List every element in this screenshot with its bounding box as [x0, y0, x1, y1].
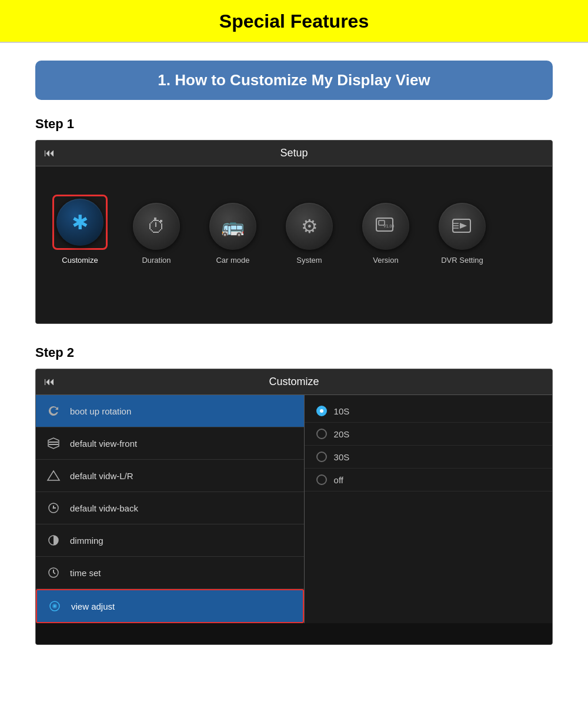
customize-body: boot up rotation default view-front defa… — [36, 395, 552, 623]
step1-panel-title: Setup — [61, 147, 544, 159]
back-icon[interactable]: ⏮ — [44, 147, 55, 159]
customize-footer — [36, 623, 552, 644]
bootup-icon — [45, 403, 62, 419]
menu-item-dimming[interactable]: dimming — [36, 524, 304, 557]
radio-10s[interactable] — [316, 406, 327, 416]
section-title: 1. How to Customize My Display View — [53, 71, 535, 89]
customize-label: Customize — [62, 256, 98, 265]
menu-item-timeset[interactable]: time set — [36, 557, 304, 589]
section-title-box: 1. How to Customize My Display View — [35, 61, 553, 100]
svg-marker-8 — [48, 471, 59, 480]
option-20s[interactable]: 20S — [305, 423, 552, 446]
svg-line-16 — [54, 573, 55, 574]
carmode-label: Car mode — [216, 256, 249, 265]
version-icon-circle: V1.00 — [362, 203, 409, 250]
content-area: 1. How to Customize My Display View Step… — [0, 43, 588, 663]
svg-text:V1.00: V1.00 — [383, 224, 394, 228]
defaultlr-label: default vidw-L/R — [70, 471, 133, 481]
menu-item-bootup[interactable]: boot up rotation — [36, 395, 304, 427]
carmode-icon-circle: 🚌 — [209, 203, 256, 250]
menu-list: boot up rotation default view-front defa… — [36, 395, 305, 623]
step1-panel: ⏮ Setup ✱ Customize ⏱ Duration — [35, 140, 553, 324]
menu-item-defaultfront[interactable]: default view-front — [36, 427, 304, 460]
menu-item-defaultback[interactable]: default vidw-back — [36, 492, 304, 524]
radio-30s[interactable] — [316, 452, 327, 462]
option-30s[interactable]: 30S — [305, 446, 552, 469]
viewadjust-icon — [46, 598, 63, 614]
menu-item-defaultlr[interactable]: default vidw-L/R — [36, 460, 304, 492]
defaultfront-icon — [45, 435, 62, 452]
step2-back-icon[interactable]: ⏮ — [44, 376, 55, 388]
page-title: Special Features — [219, 11, 369, 32]
defaultback-icon — [45, 500, 62, 516]
version-icon: V1.00 — [373, 213, 399, 239]
customize-icon: ✱ — [72, 210, 88, 234]
option-off-label: off — [334, 475, 343, 485]
dimming-label: dimming — [70, 536, 103, 546]
dvrsetting-icon-circle — [439, 203, 486, 250]
timeset-icon — [45, 564, 62, 581]
step2-panel-title: Customize — [61, 376, 544, 388]
svg-marker-4 — [460, 223, 467, 229]
step2-panel: ⏮ Customize boot up rotation defa — [35, 369, 553, 645]
duration-icon-circle: ⏱ — [133, 203, 180, 250]
option-20s-label: 20S — [334, 429, 350, 439]
system-label: System — [296, 256, 322, 265]
header-banner: Special Features — [0, 0, 588, 43]
timeset-label: time set — [70, 568, 101, 578]
step1-panel-header: ⏮ Setup — [36, 141, 552, 166]
options-list: 10S 20S 30S off — [305, 395, 552, 623]
duration-label: Duration — [142, 256, 171, 265]
icon-item-carmode[interactable]: 🚌 Car mode — [201, 203, 265, 265]
option-off[interactable]: off — [305, 469, 552, 491]
option-10s-label: 10S — [334, 406, 350, 416]
version-label: Version — [373, 256, 398, 265]
menu-item-viewadjust[interactable]: view adjust — [36, 589, 304, 623]
system-icon: ⚙ — [301, 215, 318, 238]
defaultlr-icon — [45, 467, 62, 484]
dvrsetting-label: DVR Setting — [441, 256, 483, 265]
step2-label: Step 2 — [35, 345, 553, 360]
icons-row: ✱ Customize ⏱ Duration 🚌 Car mode — [36, 166, 552, 288]
icon-item-customize[interactable]: ✱ Customize — [48, 195, 112, 265]
step2-panel-header: ⏮ Customize — [36, 369, 552, 395]
defaultfront-label: default view-front — [70, 439, 137, 449]
dimming-icon — [45, 532, 62, 549]
icon-item-version[interactable]: V1.00 Version — [353, 203, 418, 265]
dvr-icon — [449, 213, 475, 239]
step1-label: Step 1 — [35, 116, 553, 132]
carmode-icon: 🚌 — [221, 215, 245, 238]
step1-bottom-space — [36, 288, 552, 323]
viewadjust-label: view adjust — [71, 601, 115, 611]
duration-icon: ⏱ — [147, 216, 166, 238]
customize-icon-circle: ✱ — [56, 199, 103, 246]
radio-off[interactable] — [316, 474, 327, 485]
svg-point-19 — [54, 605, 56, 607]
svg-point-12 — [53, 507, 55, 509]
defaultback-label: default vidw-back — [70, 503, 138, 513]
icon-item-system[interactable]: ⚙ System — [277, 203, 342, 265]
option-30s-label: 30S — [334, 452, 350, 462]
red-border: ✱ — [52, 195, 108, 250]
system-icon-circle: ⚙ — [286, 203, 333, 250]
bootup-label: boot up rotation — [70, 406, 131, 416]
icon-item-dvrsetting[interactable]: DVR Setting — [430, 203, 495, 265]
radio-20s[interactable] — [316, 429, 327, 439]
icon-item-duration[interactable]: ⏱ Duration — [124, 203, 189, 265]
option-10s[interactable]: 10S — [305, 400, 552, 423]
